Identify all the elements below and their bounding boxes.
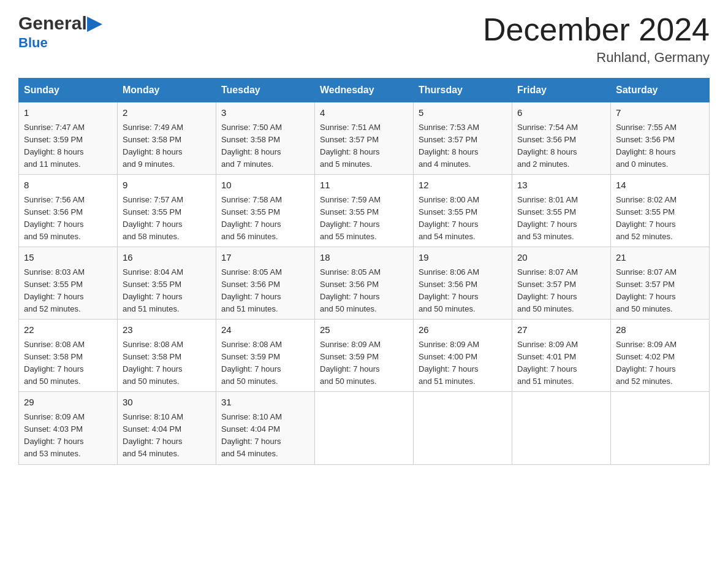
day-number: 31: [221, 396, 309, 410]
day-info: Sunrise: 7:55 AMSunset: 3:56 PMDaylight:…: [616, 121, 704, 171]
day-info: Sunrise: 8:05 AMSunset: 3:56 PMDaylight:…: [320, 266, 408, 316]
day-number: 30: [123, 396, 211, 410]
day-info: Sunrise: 8:07 AMSunset: 3:57 PMDaylight:…: [616, 266, 704, 316]
calendar-cell: 13Sunrise: 8:01 AMSunset: 3:55 PMDayligh…: [512, 175, 611, 247]
calendar-cell: 8Sunrise: 7:56 AMSunset: 3:56 PMDaylight…: [19, 175, 118, 247]
calendar-cell: 5Sunrise: 7:53 AMSunset: 3:57 PMDaylight…: [414, 102, 512, 175]
day-number: 8: [24, 178, 112, 193]
day-info: Sunrise: 7:56 AMSunset: 3:56 PMDaylight:…: [24, 194, 112, 243]
day-number: 13: [517, 178, 605, 193]
calendar-week-row: 29Sunrise: 8:09 AMSunset: 4:03 PMDayligh…: [19, 392, 710, 464]
day-number: 12: [419, 178, 507, 193]
day-number: 15: [24, 251, 112, 265]
day-number: 22: [24, 323, 112, 337]
calendar-cell: 27Sunrise: 8:09 AMSunset: 4:01 PMDayligh…: [512, 320, 611, 392]
location-title: Ruhland, Germany: [483, 50, 710, 66]
calendar-cell: 23Sunrise: 8:08 AMSunset: 3:58 PMDayligh…: [118, 320, 216, 392]
day-number: 29: [24, 396, 112, 410]
calendar-cell: 22Sunrise: 8:08 AMSunset: 3:58 PMDayligh…: [19, 320, 118, 392]
calendar-cell: 12Sunrise: 8:00 AMSunset: 3:55 PMDayligh…: [414, 175, 512, 247]
calendar-cell: 26Sunrise: 8:09 AMSunset: 4:00 PMDayligh…: [414, 320, 512, 392]
logo: General▶ Blue: [18, 12, 101, 51]
calendar-cell: 14Sunrise: 8:02 AMSunset: 3:55 PMDayligh…: [611, 175, 710, 247]
day-number: 11: [320, 178, 408, 193]
day-info: Sunrise: 8:09 AMSunset: 4:03 PMDaylight:…: [24, 411, 112, 461]
day-number: 16: [123, 251, 211, 265]
day-info: Sunrise: 8:08 AMSunset: 3:58 PMDaylight:…: [24, 339, 112, 388]
day-info: Sunrise: 7:50 AMSunset: 3:58 PMDaylight:…: [221, 121, 309, 171]
calendar-cell: [315, 392, 414, 464]
calendar-cell: 19Sunrise: 8:06 AMSunset: 3:56 PMDayligh…: [414, 247, 512, 320]
calendar-header-row: Sunday Monday Tuesday Wednesday Thursday…: [19, 79, 710, 102]
calendar-cell: 4Sunrise: 7:51 AMSunset: 3:57 PMDaylight…: [315, 102, 414, 175]
day-number: 9: [123, 178, 211, 193]
day-number: 21: [616, 251, 704, 265]
day-info: Sunrise: 8:07 AMSunset: 3:57 PMDaylight:…: [517, 266, 605, 316]
title-block: December 2024 Ruhland, Germany: [483, 12, 710, 66]
day-info: Sunrise: 8:04 AMSunset: 3:55 PMDaylight:…: [123, 266, 211, 316]
day-number: 5: [419, 106, 507, 120]
header-monday: Monday: [118, 79, 216, 102]
calendar-cell: [414, 392, 512, 464]
day-info: Sunrise: 7:54 AMSunset: 3:56 PMDaylight:…: [517, 121, 605, 171]
day-number: 14: [616, 178, 704, 193]
day-number: 24: [221, 323, 309, 337]
day-info: Sunrise: 8:09 AMSunset: 3:59 PMDaylight:…: [320, 339, 408, 388]
calendar-cell: 11Sunrise: 7:59 AMSunset: 3:55 PMDayligh…: [315, 175, 414, 247]
calendar-cell: 16Sunrise: 8:04 AMSunset: 3:55 PMDayligh…: [118, 247, 216, 320]
calendar-cell: 15Sunrise: 8:03 AMSunset: 3:55 PMDayligh…: [19, 247, 118, 320]
day-number: 4: [320, 106, 408, 120]
day-info: Sunrise: 8:09 AMSunset: 4:02 PMDaylight:…: [616, 339, 704, 388]
header-tuesday: Tuesday: [216, 79, 315, 102]
day-info: Sunrise: 8:00 AMSunset: 3:55 PMDaylight:…: [419, 194, 507, 243]
calendar-cell: 9Sunrise: 7:57 AMSunset: 3:55 PMDaylight…: [118, 175, 216, 247]
calendar-cell: 6Sunrise: 7:54 AMSunset: 3:56 PMDaylight…: [512, 102, 611, 175]
logo-general-text: General▶: [18, 12, 101, 34]
month-title: December 2024: [483, 12, 710, 47]
calendar-cell: 18Sunrise: 8:05 AMSunset: 3:56 PMDayligh…: [315, 247, 414, 320]
day-info: Sunrise: 8:05 AMSunset: 3:56 PMDaylight:…: [221, 266, 309, 316]
calendar-week-row: 15Sunrise: 8:03 AMSunset: 3:55 PMDayligh…: [19, 247, 710, 320]
day-info: Sunrise: 8:09 AMSunset: 4:01 PMDaylight:…: [517, 339, 605, 388]
header-friday: Friday: [512, 79, 611, 102]
day-number: 28: [616, 323, 704, 337]
calendar-cell: 21Sunrise: 8:07 AMSunset: 3:57 PMDayligh…: [611, 247, 710, 320]
calendar-cell: 20Sunrise: 8:07 AMSunset: 3:57 PMDayligh…: [512, 247, 611, 320]
day-number: 2: [123, 106, 211, 120]
day-info: Sunrise: 8:10 AMSunset: 4:04 PMDaylight:…: [123, 411, 211, 461]
day-number: 7: [616, 106, 704, 120]
calendar-cell: [611, 392, 710, 464]
day-info: Sunrise: 8:10 AMSunset: 4:04 PMDaylight:…: [221, 411, 309, 461]
calendar-table: Sunday Monday Tuesday Wednesday Thursday…: [18, 78, 710, 464]
day-number: 17: [221, 251, 309, 265]
day-number: 19: [419, 251, 507, 265]
day-number: 20: [517, 251, 605, 265]
header-sunday: Sunday: [19, 79, 118, 102]
calendar-cell: [512, 392, 611, 464]
header-wednesday: Wednesday: [315, 79, 414, 102]
calendar-cell: 2Sunrise: 7:49 AMSunset: 3:58 PMDaylight…: [118, 102, 216, 175]
day-info: Sunrise: 8:02 AMSunset: 3:55 PMDaylight:…: [616, 194, 704, 243]
day-info: Sunrise: 7:49 AMSunset: 3:58 PMDaylight:…: [123, 121, 211, 171]
calendar-week-row: 22Sunrise: 8:08 AMSunset: 3:58 PMDayligh…: [19, 320, 710, 392]
calendar-cell: 1Sunrise: 7:47 AMSunset: 3:59 PMDaylight…: [19, 102, 118, 175]
logo-blue-text: Blue: [18, 35, 48, 51]
calendar-cell: 28Sunrise: 8:09 AMSunset: 4:02 PMDayligh…: [611, 320, 710, 392]
calendar-body: 1Sunrise: 7:47 AMSunset: 3:59 PMDaylight…: [19, 102, 710, 464]
day-number: 25: [320, 323, 408, 337]
day-info: Sunrise: 8:09 AMSunset: 4:00 PMDaylight:…: [419, 339, 507, 388]
calendar-cell: 25Sunrise: 8:09 AMSunset: 3:59 PMDayligh…: [315, 320, 414, 392]
header-thursday: Thursday: [414, 79, 512, 102]
calendar-cell: 30Sunrise: 8:10 AMSunset: 4:04 PMDayligh…: [118, 392, 216, 464]
calendar-week-row: 8Sunrise: 7:56 AMSunset: 3:56 PMDaylight…: [19, 175, 710, 247]
day-info: Sunrise: 7:47 AMSunset: 3:59 PMDaylight:…: [24, 121, 112, 171]
calendar-week-row: 1Sunrise: 7:47 AMSunset: 3:59 PMDaylight…: [19, 102, 710, 175]
calendar-cell: 7Sunrise: 7:55 AMSunset: 3:56 PMDaylight…: [611, 102, 710, 175]
calendar-cell: 17Sunrise: 8:05 AMSunset: 3:56 PMDayligh…: [216, 247, 315, 320]
day-info: Sunrise: 8:01 AMSunset: 3:55 PMDaylight:…: [517, 194, 605, 243]
calendar-cell: 31Sunrise: 8:10 AMSunset: 4:04 PMDayligh…: [216, 392, 315, 464]
calendar-cell: 24Sunrise: 8:08 AMSunset: 3:59 PMDayligh…: [216, 320, 315, 392]
day-number: 10: [221, 178, 309, 193]
header-saturday: Saturday: [611, 79, 710, 102]
day-number: 23: [123, 323, 211, 337]
